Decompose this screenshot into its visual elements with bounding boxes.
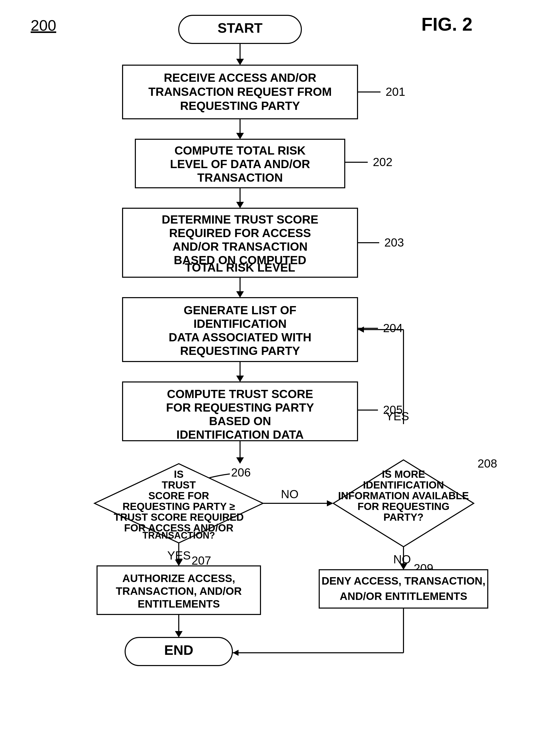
n205-line2: FOR REQUESTING PARTY — [166, 401, 314, 414]
n202-line2: LEVEL OF DATA AND/OR — [170, 158, 310, 171]
ref-204: 204 — [383, 321, 403, 335]
start-label: START — [217, 20, 263, 36]
n205-line4: IDENTIFICATION DATA — [177, 428, 304, 441]
svg-marker-20 — [236, 457, 244, 464]
end-label: END — [164, 642, 193, 658]
figure-title: FIG. 2 — [421, 14, 472, 35]
flowchart-container: FIG. 2 200 START RECEIVE ACCESS AND/OR T… — [0, 0, 535, 756]
n201-line3: REQUESTING PARTY — [180, 99, 300, 112]
ref-208: 208 — [478, 457, 497, 470]
n201-line2: TRANSACTION REQUEST FROM — [148, 85, 332, 98]
svg-marker-8 — [236, 202, 244, 208]
n207-line3: ENTITLEMENTS — [138, 598, 220, 610]
n203-line3: AND/OR TRANSACTION — [173, 240, 308, 253]
ref-202: 202 — [373, 155, 392, 169]
n203-line1: DETERMINE TRUST SCORE — [162, 213, 318, 226]
n202-line3: TRANSACTION — [197, 171, 283, 184]
n206-line5: TRUST SCORE REQUIRED — [114, 511, 244, 523]
n202-line1: COMPUTE TOTAL RISK — [174, 144, 306, 157]
svg-marker-15 — [358, 327, 364, 333]
n208-line4: FOR REQUESTING — [357, 501, 449, 512]
n203-line2: REQUIRED FOR ACCESS — [169, 226, 311, 240]
yes-left-label: YES — [167, 549, 191, 562]
svg-marker-11 — [236, 291, 244, 298]
n208-line3: INFORMATION AVAILABLE — [338, 490, 469, 501]
svg-marker-28 — [175, 631, 183, 637]
n206-line2: TRUST — [162, 479, 196, 491]
ref-206: 206 — [231, 466, 251, 479]
n204-line1: GENERATE LIST OF — [183, 304, 296, 317]
n209-line2: AND/OR ENTITLEMENTS — [340, 590, 467, 602]
n204-line3: DATA ASSOCIATED WITH — [169, 331, 312, 344]
no-label-208: NO — [393, 553, 411, 566]
n204-line4: REQUESTING PARTY — [180, 344, 300, 358]
n201-line1: RECEIVE ACCESS AND/OR — [164, 71, 316, 84]
n206-line4: REQUESTING PARTY ≥ — [123, 501, 235, 512]
ref-207: 207 — [191, 554, 211, 567]
n207-line1: AUTHORIZE ACCESS, — [122, 572, 235, 584]
ref-205: 205 — [383, 403, 403, 417]
n208-line5: PARTY? — [383, 511, 423, 523]
n208-line2: IDENTIFICATION — [363, 479, 444, 491]
svg-marker-2 — [236, 59, 244, 65]
svg-marker-17 — [236, 376, 244, 382]
svg-marker-5 — [236, 133, 244, 139]
n205-line1: COMPUTE TRUST SCORE — [167, 387, 313, 401]
n207-line2: TRANSACTION, AND/OR — [116, 585, 241, 597]
ref-201: 201 — [386, 85, 405, 98]
ref-203: 203 — [384, 236, 404, 249]
diagram-number: 200 — [31, 17, 56, 34]
n204-line2: IDENTIFICATION — [194, 317, 287, 330]
svg-marker-36 — [233, 650, 239, 656]
n209-line1: DENY ACCESS, TRANSACTION, — [322, 575, 486, 587]
n208-line1: IS MORE — [382, 469, 425, 480]
n203-line5: TOTAL RISK LEVEL — [185, 261, 295, 274]
n205-line3: BASED ON — [209, 414, 271, 428]
n206-line1: IS — [174, 469, 183, 480]
no-label-206: NO — [281, 487, 298, 501]
n206-line7: TRANSACTION? — [143, 530, 215, 540]
n206-line3: SCORE FOR — [148, 490, 209, 501]
